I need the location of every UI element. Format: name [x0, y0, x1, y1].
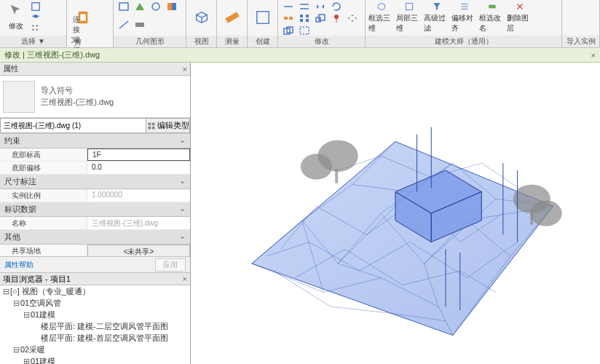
tree-row[interactable]: ⊞01建模 [0, 355, 190, 364]
project-browser-close[interactable]: × [183, 274, 187, 283]
edit-type-button[interactable]: 编辑类型 [146, 118, 190, 133]
rename-icon [484, 1, 500, 12]
geo-2[interactable] [133, 1, 147, 12]
ribbon-group-import: 导入实例 [562, 0, 600, 47]
move-icon [347, 13, 358, 23]
tree-row[interactable]: ⊟01空调风管 [0, 297, 190, 309]
tree-row[interactable]: ⊟[○] 视图（专业_暖通） [0, 285, 190, 297]
scale-value: 1.000000 [87, 189, 190, 202]
mod-1[interactable] [281, 1, 296, 12]
svg-rect-28 [300, 27, 309, 34]
properties-footer: 属性帮助 应用 [0, 256, 190, 272]
mod-5[interactable] [345, 1, 360, 12]
ribbon-group-create: 创建 [248, 0, 278, 47]
tree-row[interactable]: ⊟02采暖 [0, 344, 190, 355]
pg-label: 名称 [0, 217, 87, 229]
base-level-input[interactable]: 1F [87, 149, 190, 161]
adv-filter-button[interactable]: 高级过滤 [424, 1, 450, 33]
mod-7[interactable] [297, 13, 312, 23]
svg-rect-0 [32, 3, 40, 11]
local-3d-button[interactable]: 局部三维 [396, 1, 422, 33]
modify-button[interactable]: 修改 [3, 1, 29, 33]
mod-4[interactable] [329, 1, 344, 12]
plus-box-icon [255, 9, 271, 25]
cursor-icon [8, 4, 24, 20]
ribbon-small-2[interactable] [31, 12, 41, 23]
context-tab-bar: 修改 | 三维视图-(三维).dwg × [0, 48, 600, 63]
svg-rect-32 [151, 122, 154, 125]
create-button[interactable] [250, 1, 275, 33]
delete-layer-button[interactable]: 删除图层 [507, 1, 533, 33]
shape-icon [118, 20, 130, 30]
ribbon-group-geometry: 几何图形 [114, 0, 186, 47]
mod-9[interactable] [329, 13, 344, 23]
svg-rect-10 [119, 3, 128, 10]
geo-5[interactable] [117, 20, 131, 30]
svg-rect-18 [289, 17, 293, 20]
svg-rect-33 [148, 126, 151, 129]
ribbon-group-measure: 测量 [217, 0, 248, 47]
pg-group-other[interactable]: 其他⌄ [0, 230, 190, 245]
svg-point-4 [36, 28, 38, 31]
group-icon [299, 25, 310, 36]
offset-icon [299, 1, 310, 12]
tree-row[interactable]: 楼层平面: 建模-首层空调风管平面图 [0, 332, 190, 344]
geo-3[interactable] [149, 1, 163, 12]
properties-close[interactable]: × [183, 65, 187, 74]
type-thumbnail [3, 81, 35, 113]
ribbon-group-select: 修改 选择 ▼ [0, 0, 67, 47]
edit-icon [147, 122, 156, 130]
name-value: 三维视图-(三维).dwg [87, 217, 190, 229]
ribbon-small-3[interactable] [31, 23, 41, 33]
svg-rect-13 [172, 3, 176, 10]
pg-label: 实例比例 [0, 189, 87, 202]
svg-rect-21 [300, 19, 303, 22]
base-offset-value[interactable]: 0.0 [87, 162, 190, 174]
tree-row[interactable]: ⊟01建模 [0, 309, 190, 320]
properties-apply-button[interactable]: 应用 [155, 258, 186, 272]
3d-viewport[interactable] [191, 63, 600, 364]
svg-rect-16 [256, 12, 269, 24]
geo-6[interactable] [133, 20, 147, 30]
svg-point-38 [530, 200, 561, 226]
frame-3d-button[interactable]: 框选三维 [368, 1, 395, 33]
pg-row-base-level: 底部标高 1F [0, 149, 190, 162]
geo-1[interactable] [117, 1, 131, 12]
instance-selector[interactable] [0, 118, 146, 133]
mod-12[interactable] [297, 25, 312, 36]
svg-point-2 [36, 25, 38, 27]
context-tab-text: 修改 | 三维视图-(三维).dwg [4, 50, 100, 60]
ruler-icon [224, 9, 240, 25]
offset-align-button[interactable]: 偏移对齐 [451, 1, 478, 33]
svg-rect-31 [148, 122, 151, 125]
svg-rect-34 [151, 126, 154, 129]
properties-help-link[interactable]: 属性帮助 [4, 260, 33, 270]
svg-rect-19 [300, 15, 303, 17]
layer-icon [31, 12, 41, 23]
type-name: 三维视图-(三维).dwg [41, 97, 114, 108]
view-button[interactable] [189, 1, 213, 33]
mod-2[interactable] [297, 1, 312, 12]
shared-site-button[interactable]: <未共享> [87, 245, 190, 256]
ribbon-group-modelmaster-label: 建模大师（通用） [366, 36, 561, 47]
mod-6[interactable] [281, 13, 296, 23]
tree-row[interactable]: 楼层平面: 建模-二层空调风管平面图 [0, 320, 190, 332]
pg-group-constraint[interactable]: 约束⌄ [0, 134, 190, 149]
pin-icon [331, 13, 342, 23]
mod-11[interactable] [281, 25, 296, 36]
svg-rect-39 [335, 169, 338, 183]
scale-icon [315, 13, 326, 23]
ribbon-small-1[interactable] [31, 1, 41, 12]
context-tab-close[interactable]: × [591, 51, 596, 60]
mod-3[interactable] [313, 1, 328, 12]
geo-4[interactable] [165, 1, 179, 12]
measure-button[interactable] [220, 1, 244, 33]
rename-button[interactable]: 框选改名 [479, 1, 505, 33]
mod-10[interactable] [345, 13, 360, 23]
mod-8[interactable] [313, 13, 328, 23]
split-icon [283, 13, 294, 23]
pg-group-dimension[interactable]: 尺寸标注⌄ [0, 175, 190, 189]
pg-label: 共享场地 [0, 245, 87, 256]
properties-header: 属性 × [0, 63, 190, 76]
pg-group-identity[interactable]: 标识数据⌄ [0, 202, 190, 217]
